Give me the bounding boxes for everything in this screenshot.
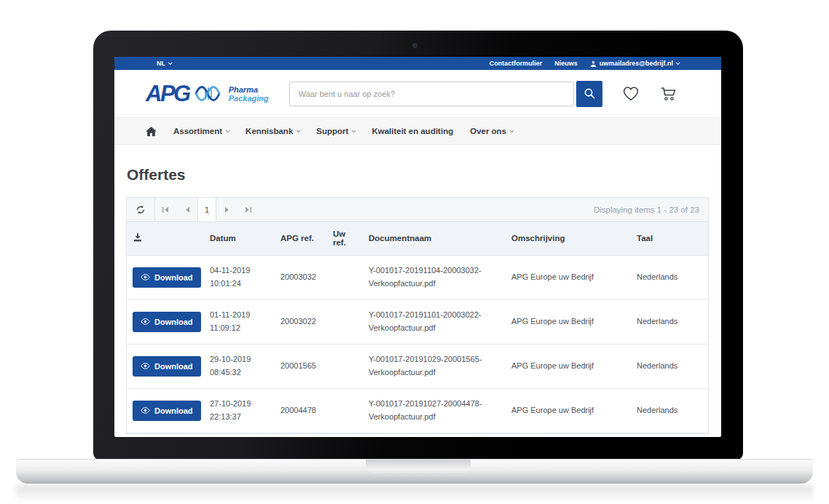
download-button[interactable]: Download [133,356,201,377]
site-header: APG Pharma Packaging [114,70,721,117]
logo-tagline: Pharma Packaging [229,84,269,103]
cell-uw-ref [327,255,363,299]
cell-download: Download [127,255,204,299]
offers-table-head: Datum APG ref. Uw ref. Documentnaam Omsc… [127,222,708,255]
webcam [412,43,417,48]
download-button-label: Download [154,318,193,326]
table-row: Download 01-11-2019 11:09:12 20003022 Y-… [127,299,708,344]
search-button[interactable] [576,81,602,107]
column-download [127,222,204,255]
language-selector[interactable]: NL [157,60,171,67]
cell-datum: 04-11-2019 10:01:24 [204,255,275,299]
first-page-icon [162,206,170,213]
chevron-down-icon [226,128,230,133]
next-page-icon [224,206,230,213]
download-button-label: Download [154,273,193,282]
cell-download: Download [127,299,204,344]
cart-button[interactable] [659,85,677,102]
cell-documentnaam: Y-001017-20191029-20001565-Verkoopfactuu… [363,344,506,388]
refresh-button[interactable] [127,198,154,221]
logo-tagline-line1: Pharma [229,86,269,95]
cell-omschrijving: APG Europe uw Bedrijf [506,388,631,433]
cell-apg-ref: 20004478 [275,388,327,433]
cell-taal: Nederlands [631,344,708,388]
user-email: uwmailadres@bedrijf.nl [600,60,673,67]
cell-apg-ref: 20003022 [275,299,327,344]
cell-download: Download [127,344,204,388]
nav-item-label: Kwaliteit en auditing [372,127,453,135]
dna-helix-icon [195,84,224,103]
cell-uw-ref [327,344,363,388]
nav-item-support[interactable]: Support [316,127,355,135]
download-tray-icon [133,232,143,243]
nav-item-label: Over ons [470,127,506,135]
pager-current-page[interactable]: 1 [197,198,216,221]
site-logo[interactable]: APG Pharma Packaging [146,82,269,105]
column-omschrijving[interactable]: Omschrijving [506,222,631,255]
language-label: NL [157,60,165,67]
offers-grid: 1 Displaying items 1 - 23 of 23 [126,197,709,434]
cell-documentnaam: Y-001017-20191027-20004478-Verkoopfactuu… [363,388,506,433]
nav-item-label: Kennisbank [245,127,293,135]
table-row: Download 29-10-2019 08:45:32 20001565 Y-… [127,344,708,388]
download-button[interactable]: Download [133,312,201,332]
nav-item-kennisbank[interactable]: Kennisbank [245,127,299,135]
laptop-reflection [16,485,813,503]
topbar-link-nieuws[interactable]: Nieuws [554,60,578,67]
download-button-label: Download [154,406,193,415]
cell-documentnaam: Y-001017-20191104-20003032-Verkoopfactuu… [363,255,506,299]
cell-datum: 27-10-2019 22:13:37 [204,388,275,433]
chevron-down-icon [676,60,680,65]
laptop-base [16,459,813,484]
topbar-link-contactformulier[interactable]: Contactformulier [490,60,543,67]
download-button[interactable]: Download [133,267,201,288]
cell-taal: Nederlands [631,299,708,344]
chevron-down-icon [296,128,301,133]
table-row: Download 27-10-2019 22:13:37 20004478 Y-… [127,388,708,433]
nav-item-kwaliteit-en-auditing[interactable]: Kwaliteit en auditing [372,127,453,135]
download-button[interactable]: Download [133,401,201,421]
laptop-lid: NL Contactformulier Nieuws uwmailadres@b… [93,31,743,460]
search-bar [289,81,602,107]
cell-datum: 01-11-2019 11:09:12 [204,299,275,344]
nav-item-label: Assortiment [173,127,222,135]
cell-omschrijving: APG Europe uw Bedrijf [506,299,631,344]
pager-first-button[interactable] [155,198,176,221]
nav-item-home[interactable] [146,127,157,136]
column-taal[interactable]: Taal [631,222,708,255]
home-icon [146,127,157,136]
download-button-label: Download [154,362,193,371]
column-apg-ref[interactable]: APG ref. [275,222,327,255]
nav-item-over-ons[interactable]: Over ons [470,127,513,135]
nav-item-label: Support [316,127,348,135]
refresh-icon [135,205,146,215]
main-nav: Assortiment Kennisbank Support Kwaliteit… [114,117,721,145]
page-content: Offertes [114,166,721,434]
cell-apg-ref: 20001565 [275,344,327,388]
search-input[interactable] [289,82,574,106]
laptop-screen: NL Contactformulier Nieuws uwmailadres@b… [114,57,721,437]
cell-taal: Nederlands [631,388,708,433]
heart-icon [622,86,640,101]
pager-prev-button[interactable] [176,198,197,221]
last-page-icon [244,206,252,213]
cell-uw-ref [327,388,363,433]
pager-last-button[interactable] [237,198,259,221]
pager-next-button[interactable] [216,198,237,221]
account-menu[interactable]: uwmailadres@bedrijf.nl [590,60,679,67]
cell-omschrijving: APG Europe uw Bedrijf [506,344,631,388]
nav-item-assortiment[interactable]: Assortiment [173,127,229,135]
page-title: Offertes [127,166,710,184]
offers-table: Datum APG ref. Uw ref. Documentnaam Omsc… [127,222,708,433]
cell-datum: 29-10-2019 08:45:32 [204,344,275,388]
eye-icon [141,318,150,325]
wishlist-button[interactable] [622,86,640,101]
pager-status: Displaying items 1 - 23 of 23 [594,198,708,221]
cell-taal: Nederlands [631,255,708,299]
column-documentnaam[interactable]: Documentnaam [363,222,506,255]
column-datum[interactable]: Datum [204,222,275,255]
offers-table-body: Download 04-11-2019 10:01:24 20003032 Y-… [127,255,708,433]
column-uw-ref[interactable]: Uw ref. [327,222,363,255]
header-row: Datum APG ref. Uw ref. Documentnaam Omsc… [127,222,708,255]
eye-icon [141,363,150,369]
